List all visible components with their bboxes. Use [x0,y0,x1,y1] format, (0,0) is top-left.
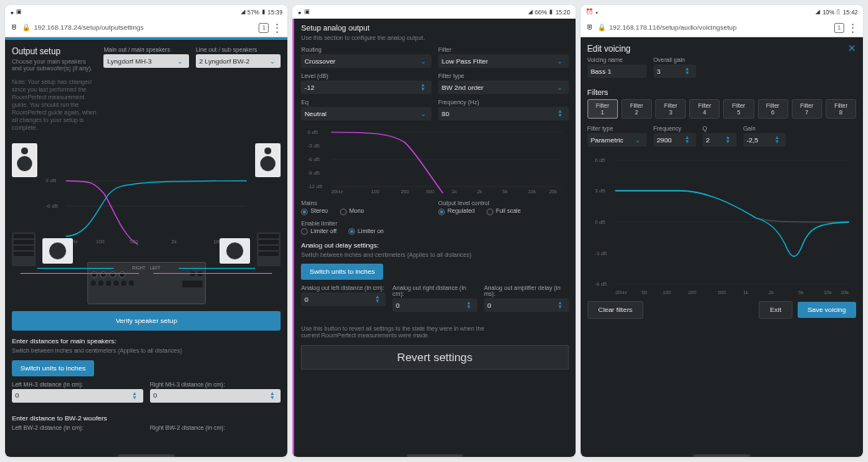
svg-text:-3 dB: -3 dB [308,143,320,148]
outlevel-regulated-radio[interactable]: Regulated [438,208,475,214]
stepper-icon[interactable]: ▲▼ [682,67,693,75]
tab-count-badge[interactable]: 1 [834,23,844,33]
filter-type-label: Filter type [587,125,647,131]
level-value: -12 [304,84,314,92]
svg-text:1k: 1k [452,189,458,193]
wifi-icon: ◢ [815,8,820,15]
stepper-icon[interactable]: ▲▼ [555,109,565,118]
clock-text: 15:20 [555,9,570,15]
right-mh3-input[interactable]: 0 ▲▼ [150,389,281,403]
gain-input[interactable]: -2,5▲▼ [743,133,786,147]
svg-text:-6 dB: -6 dB [46,203,58,209]
content: Setup analog output Use this section to … [292,19,575,457]
home-indicator [407,454,463,457]
battery-text: 57% [248,9,259,15]
stepper-icon[interactable]: ▲▼ [682,136,693,144]
stepper-icon[interactable]: ▲▼ [723,136,733,144]
save-voicing-button[interactable]: Save voicing [798,302,856,318]
filter-type-select[interactable]: BW 2nd order⌄ [438,81,569,94]
battery-text: 66% [535,9,547,15]
url-bar[interactable]: ⛨ 🔒 192.168.178.24/setup/outputsettings … [5,19,287,37]
stepper-icon[interactable]: ▲▼ [372,295,382,303]
left-mh3-input[interactable]: 0 ▲▼ [12,389,143,403]
shield-icon: ⛨ [10,24,19,32]
revert-settings-button[interactable]: Revert settings [301,345,568,370]
left-dist-input[interactable]: 0▲▼ [301,292,386,306]
status-bar: ⏰• ◢ 10% ▯ 15:42 [581,5,863,19]
left-dist-label: Analog out left distance (in cm): [301,285,386,291]
svg-text:5k: 5k [503,189,509,193]
line-out-select[interactable]: 2 Lyngdorf BW-2 ⌄ [196,54,281,68]
filter-pill-6[interactable]: Filter6 [758,99,788,119]
right-rack-icon [257,232,281,266]
mains-mono-radio[interactable]: Mono [340,208,364,214]
stepper-icon[interactable]: ▲▼ [464,301,474,309]
q-value: 2 [706,136,709,144]
limiter-off-radio[interactable]: Limiter off [301,228,337,235]
battery-text: 10% [822,9,834,15]
exit-button[interactable]: Exit [759,301,792,319]
outlevel-label: Output level control [438,200,569,206]
page-title: Edit voicing [587,44,856,53]
filter-pill-7[interactable]: Filter7 [792,99,822,119]
stepper-icon[interactable]: ▲▼ [418,83,428,92]
level-label: Level (dB) [301,73,431,79]
filter-value: Low Pass Filter [442,58,488,65]
svg-text:-6 dB: -6 dB [308,157,320,162]
filter-pill-5[interactable]: Filter5 [723,99,754,119]
stepper-icon[interactable]: ▲▼ [772,136,782,144]
filter-pill-4[interactable]: Filter4 [689,99,720,119]
outlevel-fullscale-radio[interactable]: Full scale [487,208,521,214]
freq-input[interactable]: 2900▲▼ [654,133,696,147]
stepper-icon[interactable]: ▲▼ [267,392,277,400]
voicing-name-input[interactable]: Bass 1 [587,64,647,78]
svg-text:2k: 2k [768,290,774,295]
url-bar[interactable]: ⛨ 🔒 192.168.178.116/setup/audio/voicings… [581,19,863,37]
kebab-icon[interactable]: ⋮ [848,25,858,31]
lock-icon: 🔒 [22,24,31,32]
routing-select[interactable]: Crossover⌄ [301,54,431,68]
amp-delay-input[interactable]: 0▲▼ [484,298,569,312]
close-icon[interactable]: ✕ [848,42,856,54]
filter-select[interactable]: Low Pass Filter⌄ [438,54,569,68]
revert-note: Use this button to revert all settings t… [301,326,487,340]
amp-delay-value: 0 [487,302,491,309]
verify-speaker-setup-button[interactable]: Verify speaker setup [12,311,281,331]
stepper-icon[interactable]: ▲▼ [130,392,140,400]
wifi-icon: ◢ [241,8,245,15]
switch-units-button[interactable]: Switch units to inches [301,264,383,280]
bw2-distances-title: Enter distance to BW-2 woofers [12,415,281,422]
filter-pill-1[interactable]: Filter1 [587,99,618,119]
tab-count-badge[interactable]: 1 [259,23,269,33]
filter-type-select[interactable]: Parametric⌄ [587,133,647,147]
clear-filters-button[interactable]: Clear filters [587,301,643,319]
overall-gain-input[interactable]: 3▲▼ [654,64,696,78]
filter-pill-8[interactable]: Filter8 [826,99,856,119]
main-out-select[interactable]: Lyngdorf MH-3 ⌄ [103,54,188,68]
svg-text:20Hz: 20Hz [615,290,626,295]
mains-stereo-radio[interactable]: Stereo [301,208,328,214]
filter-pill-3[interactable]: Filter3 [655,99,686,119]
level-input[interactable]: -12▲▼ [301,81,431,94]
filter-pills: Filter1 Filter2 Filter3 Filter4 Filter5 … [587,99,856,119]
q-input[interactable]: 2▲▼ [703,133,737,147]
status-bar: ●▣ ◢ 66% ▮ 15:20 [292,5,575,19]
limiter-on-radio[interactable]: Limiter on [348,228,384,235]
svg-text:250: 250 [401,189,410,193]
svg-text:0 dB: 0 dB [308,130,318,135]
right-dist-input[interactable]: 0▲▼ [392,298,477,312]
freq-input[interactable]: 80▲▼ [438,107,569,120]
kebab-icon[interactable]: ⋮ [272,25,282,31]
svg-text:500: 500 [717,290,726,295]
svg-text:-3 dB: -3 dB [594,251,606,256]
stepper-icon[interactable]: ▲▼ [555,301,565,309]
chevron-down-icon: ⌄ [175,56,186,66]
eq-select[interactable]: Neutral⌄ [301,107,431,120]
svg-text:500: 500 [426,189,436,193]
right-sub-icon [220,238,250,264]
filter-pill-2[interactable]: Filter2 [621,99,652,119]
chevron-down-icon: ⌄ [633,135,643,145]
battery-icon: ▯ [837,8,840,15]
switch-units-button[interactable]: Switch units to inches [12,360,94,376]
left-bw2-label: Left BW-2 distance (in cm): [12,425,143,431]
